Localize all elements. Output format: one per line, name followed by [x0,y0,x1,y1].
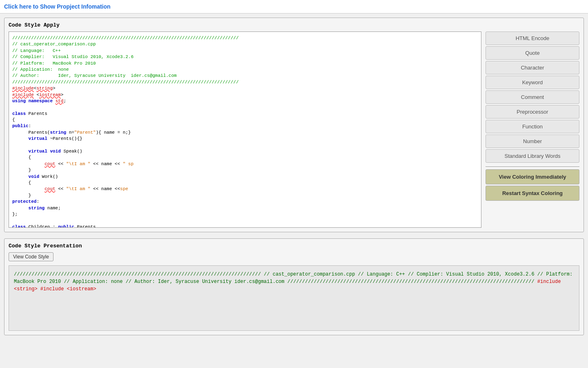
show-project-link[interactable]: Click here to Show Propject Infomation [4,3,111,10]
presentation-title: Code Style Presentation [9,243,579,249]
view-code-style-button[interactable]: View Code Style [9,252,53,261]
apply-section-title: Code Style Apply [9,22,579,28]
quote-button[interactable]: Quote [486,46,579,60]
right-panel: HTML Encode Quote Character Keyword Comm… [486,31,579,202]
keyword-button[interactable]: Keyword [486,76,579,89]
apply-layout: ////////////////////////////////////////… [9,31,579,228]
restart-coloring-button[interactable]: Restart Syntax Coloring [486,186,579,201]
main-content: Code Style Apply ///////////////////////… [0,13,588,339]
code-editor[interactable]: ////////////////////////////////////////… [9,31,481,228]
html-encode-button[interactable]: HTML Encode [486,31,579,45]
function-button[interactable]: Function [486,120,579,133]
view-coloring-button[interactable]: View Coloring Immediately [486,169,579,184]
divider [486,166,579,167]
top-bar: Click here to Show Propject Infomation [0,0,588,13]
presentation-code-display: ////////////////////////////////////////… [9,265,579,331]
apply-section: Code Style Apply ///////////////////////… [4,18,584,232]
standard-library-button[interactable]: Standard Library Words [486,149,579,163]
character-button[interactable]: Character [486,61,579,74]
comment-button[interactable]: Comment [486,90,579,104]
preprocessor-button[interactable]: Preprocessor [486,105,579,119]
presentation-section: Code Style Presentation View Code Style … [4,238,584,335]
number-button[interactable]: Number [486,135,579,148]
